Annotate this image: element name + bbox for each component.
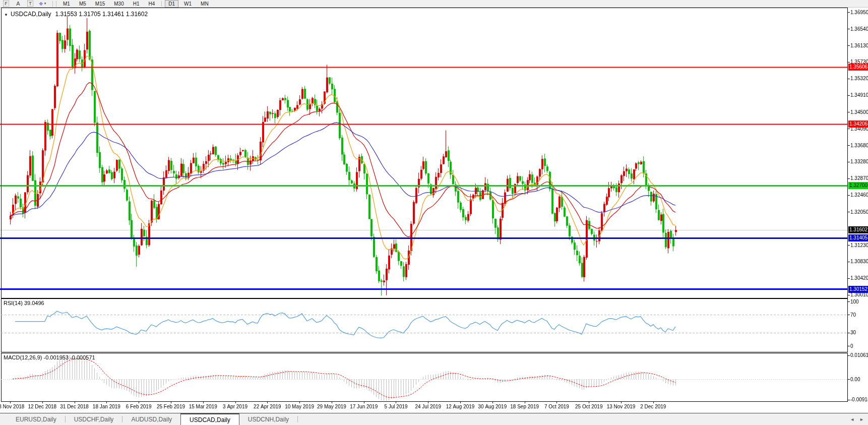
rsi-indicator-label: RSI(14) 39.0496 <box>4 300 44 306</box>
tab-scroll-arrows: ◄ ► <box>850 413 868 425</box>
timeframe-d1-button[interactable]: D1 <box>165 0 178 8</box>
chart-title: ▼USDCAD,Daily1.31553 1.31705 1.31461 1.3… <box>4 11 148 18</box>
support-price-badge: 1.30152 <box>848 286 868 293</box>
symbol-tab-bar: EURUSD,Daily USDCHF,Daily AUDUSD,Daily U… <box>0 413 868 425</box>
tab-usdchf[interactable]: USDCHF,Daily <box>66 413 122 425</box>
dropdown-caret-icon: ▾ <box>44 2 46 6</box>
timeframe-m15-button[interactable]: M15 <box>92 0 108 8</box>
timeframe-m1-button[interactable]: M1 <box>59 0 74 8</box>
toolbar-separator <box>161 1 162 7</box>
tab-eurusd[interactable]: EURUSD,Daily <box>7 413 65 425</box>
chart-ohlc-values: 1.31553 1.31705 1.31461 1.31602 <box>55 11 148 18</box>
support-price-badge: 1.31405 <box>848 234 868 241</box>
chart-symbol-label: USDCAD,Daily <box>11 11 51 18</box>
tab-scroll-right-icon[interactable]: ► <box>859 417 864 422</box>
toolbar-grip[interactable] <box>52 1 56 7</box>
timeframe-w1-button[interactable]: W1 <box>180 0 195 8</box>
fibonacci-icon: F <box>3 1 9 7</box>
shapes-icon: ❖ <box>39 1 43 7</box>
toolbar: F A T ❖▾ M1 M5 M15 M30 H1 H4 D1 W1 MN <box>0 0 868 8</box>
shapes-tool-button[interactable]: ❖▾ <box>37 1 47 7</box>
timeframe-h1-button[interactable]: H1 <box>130 0 143 8</box>
tab-usdcad-active[interactable]: USDCAD,Daily <box>180 413 239 425</box>
axis-scroll-up-icon[interactable]: ▲ <box>857 8 861 12</box>
text-label-icon: T <box>27 1 33 7</box>
resistance-price-badge: 1.35606 <box>848 64 868 71</box>
resistance-price-badge: 1.34206 <box>848 120 868 128</box>
timeframe-mn-button[interactable]: MN <box>197 0 212 8</box>
timeframe-m30-button[interactable]: M30 <box>110 0 127 8</box>
trading-terminal-window: F A T ❖▾ M1 M5 M15 M30 H1 H4 D1 W1 MN ▼U… <box>0 0 868 425</box>
tab-audusd[interactable]: AUDUSD,Daily <box>122 413 180 425</box>
collapse-arrow-icon[interactable]: ▼ <box>4 13 8 17</box>
macd-indicator-label: MACD(12,26,9) -0.001953 -0.000571 <box>4 354 95 360</box>
tab-usdcnh[interactable]: USDCNH,Daily <box>239 413 297 425</box>
tab-scroll-left-icon[interactable]: ◄ <box>850 417 854 422</box>
text-tool-button[interactable]: A <box>13 1 23 7</box>
price-chart-canvas[interactable] <box>0 0 868 425</box>
text-icon: A <box>16 1 20 7</box>
current-price-badge: 1.31602 <box>848 226 868 233</box>
timeframe-m5-button[interactable]: M5 <box>76 0 90 8</box>
timeframe-h4-button[interactable]: H4 <box>145 0 159 8</box>
text-label-tool-button[interactable]: T <box>25 1 35 7</box>
pivot-price-badge: 1.32700 <box>848 182 868 189</box>
fibonacci-tool-button[interactable]: F <box>1 1 11 7</box>
tab-divider <box>297 416 298 422</box>
